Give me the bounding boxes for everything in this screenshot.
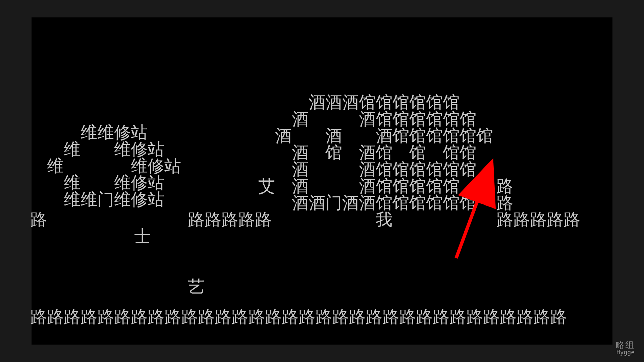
map-tile-run: 维修站 [114, 141, 164, 158]
watermark-line1: 略组 [616, 341, 635, 349]
map-tile-run: 馆 [325, 144, 342, 161]
map-tile-run: 路 [496, 178, 513, 194]
map-tile-run: 酒酒门酒酒馆馆馆馆馆馆 [292, 194, 476, 211]
map-tile-run: 酒 [292, 178, 309, 194]
map-tile-run: 维维门维修站 [64, 191, 164, 208]
map-tile-run: 艺 [188, 278, 205, 295]
map-tile-run: 酒 [275, 127, 292, 144]
map-tile-run: 路路路路路路路路路路路路路路路路路路路路路路路路路路路路路路路路 [30, 308, 567, 325]
map-tile-run: 馆馆 [443, 144, 476, 161]
map-tile-run: 维维修站 [80, 124, 148, 141]
map-tile-run: 酒馆馆馆馆馆馆 [359, 111, 476, 127]
map-tile-run: 维 [64, 174, 80, 191]
map-tile-run: 路 [496, 194, 513, 211]
watermark-line2: Hygge [616, 349, 635, 356]
map-tile-run: 维 [64, 141, 80, 158]
watermark: 略组 Hygge [616, 341, 635, 356]
map-tile-run: 酒 [292, 111, 309, 127]
map-tile-run: 路路路路路 [496, 211, 580, 228]
map-tile-run: 酒馆馆馆馆馆馆 [376, 127, 493, 144]
map-tile-run: 艾 [258, 178, 275, 194]
map-tile-run: 酒馆 [359, 144, 392, 161]
map-tile-run: 维修站 [114, 174, 164, 191]
map-tile-run: 酒酒酒馆馆馆馆馆馆 [309, 94, 460, 111]
map-tile-run: 酒 [292, 144, 309, 161]
map-tile-run: 路 [30, 211, 47, 228]
map-tile-run: 士 [134, 228, 151, 245]
map-tile-run: 维修站 [131, 158, 181, 174]
game-map-viewport: 酒酒酒馆馆馆馆馆馆酒酒馆馆馆馆馆馆维维修站酒酒酒馆馆馆馆馆馆维维修站酒馆酒馆馆馆… [32, 17, 612, 345]
map-tile-run: 酒馆馆馆馆馆 [359, 178, 460, 194]
map-tile-run: 酒馆馆馆馆馆馆 [359, 161, 476, 178]
map-tile-run: 我 [376, 211, 392, 228]
map-tile-run: 酒 [292, 161, 309, 178]
map-tile-run: 馆 [409, 144, 426, 161]
map-tile-run: 路路路路路 [188, 211, 272, 228]
map-tile-run: 酒 [325, 127, 342, 144]
map-tile-run: 维 [47, 158, 64, 174]
